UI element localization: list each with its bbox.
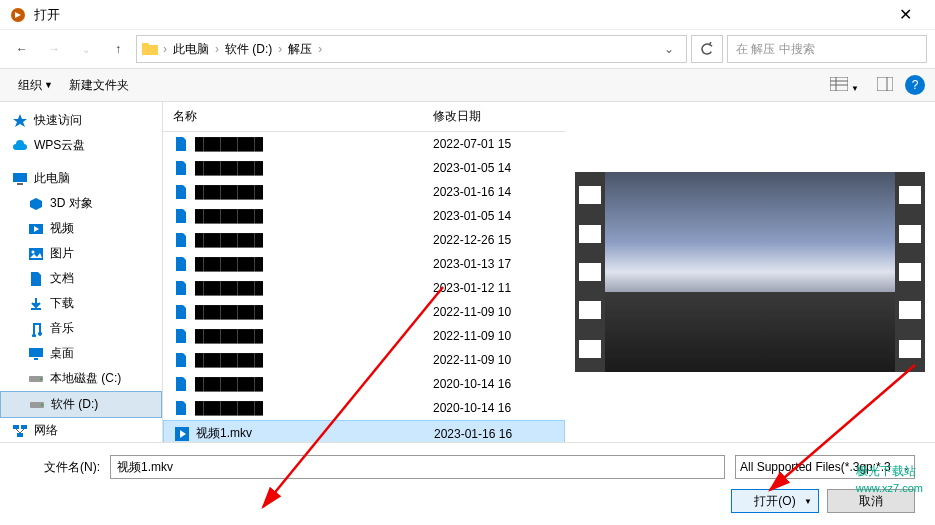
- column-headers[interactable]: 名称 修改日期: [163, 102, 565, 132]
- up-button[interactable]: ↑: [104, 35, 132, 63]
- svg-rect-10: [29, 248, 43, 260]
- window-title: 打开: [34, 6, 885, 24]
- file-date: 2022-11-09 10: [433, 305, 553, 319]
- sidebar-item-label: 快速访问: [34, 112, 82, 129]
- filename-input[interactable]: [110, 455, 725, 479]
- sidebar-item[interactable]: 下载: [0, 291, 162, 316]
- breadcrumb-item[interactable]: 解压: [282, 41, 318, 58]
- file-row[interactable]: ████████2022-11-09 10: [163, 300, 565, 324]
- file-row[interactable]: ████████2020-10-14 16: [163, 396, 565, 420]
- sidebar-item[interactable]: 此电脑: [0, 166, 162, 191]
- file-date: 2020-10-14 16: [433, 401, 553, 415]
- file-row[interactable]: ████████2023-01-13 17: [163, 252, 565, 276]
- file-row[interactable]: ████████2023-01-05 14: [163, 204, 565, 228]
- sidebar-item[interactable]: 网络: [0, 418, 162, 442]
- sidebar-item[interactable]: 桌面: [0, 341, 162, 366]
- file-date: 2023-01-16 14: [433, 185, 553, 199]
- svg-line-22: [20, 429, 24, 433]
- file-name: ████████: [173, 328, 433, 344]
- close-button[interactable]: ✕: [885, 5, 925, 24]
- search-input[interactable]: 在 解压 中搜索: [727, 35, 927, 63]
- file-row[interactable]: ████████2022-12-26 15: [163, 228, 565, 252]
- sidebar-item-label: 桌面: [50, 345, 74, 362]
- file-name: ████████: [173, 400, 433, 416]
- breadcrumb-item[interactable]: 此电脑: [167, 41, 215, 58]
- filmstrip-edge: [895, 172, 925, 372]
- svg-line-21: [16, 429, 20, 433]
- download-icon: [28, 296, 44, 312]
- file-name: ████████: [173, 304, 433, 320]
- svg-rect-19: [21, 425, 27, 429]
- svg-point-15: [40, 378, 42, 380]
- cloud-icon: [12, 138, 28, 154]
- file-name: ████████: [173, 280, 433, 296]
- column-date[interactable]: 修改日期: [433, 108, 553, 125]
- sidebar-item[interactable]: 快速访问: [0, 108, 162, 133]
- sidebar-item[interactable]: 软件 (D:): [0, 391, 162, 418]
- sidebar-item[interactable]: 文档: [0, 266, 162, 291]
- file-date: 2023-01-05 14: [433, 209, 553, 223]
- file-list: 名称 修改日期 ████████2022-07-01 15████████202…: [163, 102, 565, 442]
- organize-button[interactable]: 组织 ▼: [10, 73, 61, 98]
- doc-icon: [28, 271, 44, 287]
- sidebar-item[interactable]: 本地磁盘 (C:): [0, 366, 162, 391]
- sidebar-item[interactable]: WPS云盘: [0, 133, 162, 158]
- file-row[interactable]: ████████2020-10-14 16: [163, 372, 565, 396]
- svg-point-17: [41, 404, 43, 406]
- 3d-icon: [28, 196, 44, 212]
- file-date: 2020-10-14 16: [433, 377, 553, 391]
- preview-button[interactable]: [871, 73, 899, 98]
- forward-button[interactable]: →: [40, 35, 68, 63]
- refresh-button[interactable]: [691, 35, 723, 63]
- file-date: 2023-01-05 14: [433, 161, 553, 175]
- breadcrumb-item[interactable]: 软件 (D:): [219, 41, 278, 58]
- file-name: ████████: [173, 208, 433, 224]
- file-row[interactable]: 视频1.mkv2023-01-16 16: [163, 420, 565, 442]
- sidebar-item-label: 网络: [34, 422, 58, 439]
- file-name: ████████: [173, 136, 433, 152]
- open-button[interactable]: 打开(O) ▼: [731, 489, 819, 513]
- svg-rect-7: [13, 173, 27, 182]
- sidebar-item[interactable]: 音乐: [0, 316, 162, 341]
- folder-icon: [141, 40, 159, 58]
- video-file-icon: [174, 426, 190, 442]
- watermark: 极光下载站 www.xz7.com: [856, 463, 923, 495]
- disk-icon: [29, 397, 45, 413]
- file-name: ████████: [173, 256, 433, 272]
- svg-rect-12: [29, 348, 43, 357]
- sidebar-item[interactable]: 3D 对象: [0, 191, 162, 216]
- file-date: 2023-01-12 11: [433, 281, 553, 295]
- file-row[interactable]: ████████2023-01-05 14: [163, 156, 565, 180]
- file-row[interactable]: ████████2023-01-16 14: [163, 180, 565, 204]
- recent-dropdown[interactable]: ⌄: [72, 35, 100, 63]
- file-date: 2022-11-09 10: [433, 329, 553, 343]
- file-name: ████████: [173, 232, 433, 248]
- file-row[interactable]: ████████2023-01-12 11: [163, 276, 565, 300]
- view-mode-button[interactable]: ▼: [824, 73, 865, 98]
- sidebar-item[interactable]: 视频: [0, 216, 162, 241]
- file-name: 视频1.mkv: [174, 425, 434, 442]
- video-preview: [575, 172, 925, 372]
- file-row[interactable]: ████████2022-07-01 15: [163, 132, 565, 156]
- pc-icon: [12, 171, 28, 187]
- sidebar: 快速访问WPS云盘此电脑3D 对象视频图片文档下载音乐桌面本地磁盘 (C:)软件…: [0, 102, 163, 442]
- new-folder-button[interactable]: 新建文件夹: [61, 73, 137, 98]
- sidebar-item-label: 下载: [50, 295, 74, 312]
- sidebar-item-label: 本地磁盘 (C:): [50, 370, 121, 387]
- svg-rect-1: [830, 77, 848, 91]
- file-date: 2022-07-01 15: [433, 137, 553, 151]
- help-button[interactable]: ?: [905, 75, 925, 95]
- file-row[interactable]: ████████2022-11-09 10: [163, 324, 565, 348]
- sidebar-item-label: 文档: [50, 270, 74, 287]
- file-date: 2022-11-09 10: [433, 353, 553, 367]
- sidebar-item[interactable]: 图片: [0, 241, 162, 266]
- column-name[interactable]: 名称: [173, 108, 433, 125]
- breadcrumb[interactable]: › 此电脑 › 软件 (D:) › 解压 › ⌄: [136, 35, 687, 63]
- sidebar-item-label: 软件 (D:): [51, 396, 98, 413]
- file-row[interactable]: ████████2022-11-09 10: [163, 348, 565, 372]
- filename-label: 文件名(N):: [20, 459, 100, 476]
- chevron-down-icon[interactable]: ⌄: [656, 42, 682, 56]
- back-button[interactable]: ←: [8, 35, 36, 63]
- sidebar-item-label: 3D 对象: [50, 195, 93, 212]
- app-icon: [10, 7, 26, 23]
